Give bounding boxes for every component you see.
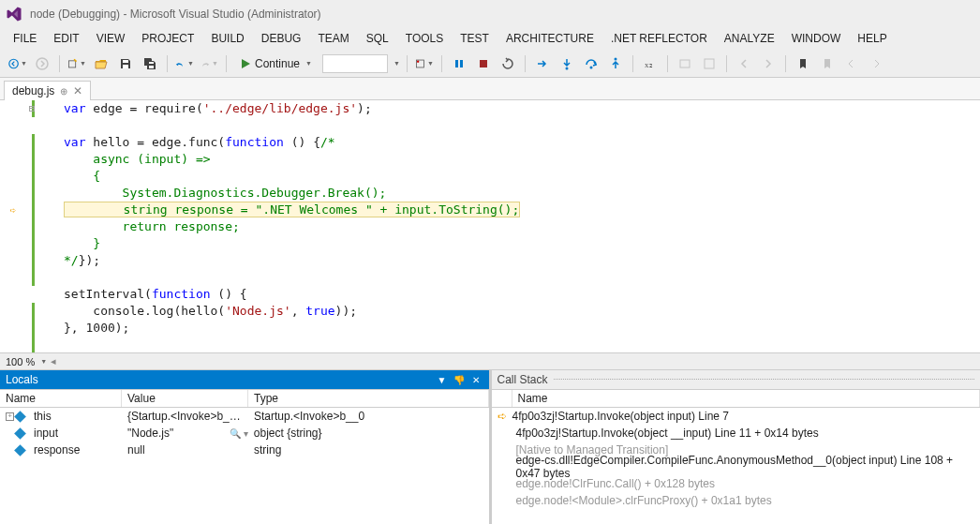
zoom-bar: 100 % ▼ ◂ bbox=[0, 352, 980, 369]
var-type: string bbox=[248, 443, 489, 457]
process-dropdown-icon[interactable]: ▼ bbox=[392, 60, 400, 67]
callstack-grid-header: Name bbox=[492, 389, 981, 408]
tab-label: debug.js bbox=[12, 84, 54, 97]
callstack-frame[interactable]: 4fp0o3zj!Startup.Invoke(object __input) … bbox=[492, 425, 981, 442]
menu-tools[interactable]: TOOLS bbox=[398, 29, 451, 48]
svg-point-1 bbox=[37, 58, 48, 69]
stop-button[interactable] bbox=[473, 53, 494, 74]
locals-col-name[interactable]: Name bbox=[0, 390, 122, 407]
svg-rect-17 bbox=[705, 59, 714, 68]
svg-text:x₂: x₂ bbox=[645, 60, 653, 69]
new-project-button[interactable]: ▼ bbox=[67, 53, 87, 74]
pause-button[interactable] bbox=[449, 53, 469, 74]
step-over-button[interactable] bbox=[581, 53, 601, 74]
locals-header[interactable]: Locals ▼ 👎 ✕ bbox=[0, 370, 489, 389]
svg-rect-3 bbox=[123, 60, 128, 63]
document-tab-bar: debug.js ⊕ ✕ bbox=[0, 78, 980, 100]
svg-rect-16 bbox=[680, 60, 690, 67]
svg-rect-6 bbox=[149, 66, 154, 68]
magnifier-icon[interactable]: 🔍 ▾ bbox=[230, 428, 248, 439]
panel-pin-icon[interactable]: 👎 bbox=[452, 372, 467, 387]
menu-architecture[interactable]: ARCHITECTURE bbox=[498, 29, 601, 48]
locals-row[interactable]: input "Node.js" 🔍 ▾ object {string} bbox=[0, 425, 489, 442]
redo-button[interactable]: ▼ bbox=[199, 53, 219, 74]
bookmark-next-button[interactable] bbox=[841, 53, 862, 74]
callstack-col-name[interactable]: Name bbox=[512, 390, 981, 407]
menu-debug[interactable]: DEBUG bbox=[254, 29, 309, 48]
callstack-frame[interactable]: ➪ 4fp0o3zj!Startup.Invoke(object input) … bbox=[492, 408, 981, 425]
menu-analyze[interactable]: ANALYZE bbox=[717, 29, 782, 48]
var-name: input bbox=[28, 427, 122, 440]
menu-team[interactable]: TEAM bbox=[310, 29, 356, 48]
svg-point-12 bbox=[565, 67, 568, 69]
callstack-frame[interactable]: edge.node!<Module>.clrFuncProxy() + 0x1a… bbox=[492, 492, 981, 509]
breakpoints-button[interactable]: ▼ bbox=[414, 53, 435, 74]
save-button[interactable] bbox=[115, 53, 136, 74]
nav-forward-button[interactable] bbox=[32, 53, 52, 74]
callstack-title: Call Stack bbox=[497, 373, 548, 386]
find-button[interactable] bbox=[699, 53, 720, 74]
current-frame-arrow-icon: ➪ bbox=[492, 410, 512, 423]
menu-sql[interactable]: SQL bbox=[359, 29, 396, 48]
pin-icon[interactable]: ⊕ bbox=[60, 86, 67, 97]
menu-test[interactable]: TEST bbox=[453, 29, 497, 48]
continue-button[interactable]: Continue ▼ bbox=[233, 54, 319, 73]
step-out-button[interactable] bbox=[605, 53, 626, 74]
bookmark-button[interactable] bbox=[793, 53, 813, 74]
panel-close-icon[interactable]: ✕ bbox=[468, 372, 483, 387]
menu-edit[interactable]: EDIT bbox=[46, 29, 86, 48]
var-value: null bbox=[122, 443, 248, 457]
zoom-level[interactable]: 100 % bbox=[6, 356, 35, 367]
open-file-button[interactable] bbox=[91, 53, 111, 74]
locals-col-value[interactable]: Value bbox=[122, 390, 248, 407]
locals-grid-body: + this {Startup.<Invoke>b__0} Startup.<I… bbox=[0, 408, 489, 524]
solution-button[interactable] bbox=[675, 53, 695, 74]
close-tab-icon[interactable]: ✕ bbox=[73, 84, 82, 97]
variable-icon bbox=[14, 427, 26, 440]
frame-text: edge-cs.dll!EdgeCompiler.CompileFunc.Ano… bbox=[516, 454, 981, 480]
var-value: {Startup.<Invoke>b__0} bbox=[122, 410, 248, 423]
tb-nav-back[interactable] bbox=[734, 53, 754, 74]
var-type: Startup.<Invoke>b__0 bbox=[248, 410, 489, 423]
svg-rect-9 bbox=[455, 60, 458, 67]
process-selector[interactable] bbox=[322, 54, 388, 73]
locals-col-type[interactable]: Type bbox=[248, 390, 489, 407]
variable-icon bbox=[14, 411, 26, 423]
bookmark-prev-button[interactable] bbox=[817, 53, 838, 74]
h-scroll-left-icon[interactable]: ◂ bbox=[51, 355, 56, 367]
locals-row[interactable]: response null string bbox=[0, 442, 489, 458]
svg-rect-5 bbox=[149, 62, 154, 64]
nav-back-button[interactable]: ▼ bbox=[7, 53, 28, 74]
menu-window[interactable]: WINDOW bbox=[784, 29, 849, 48]
svg-rect-11 bbox=[480, 60, 487, 67]
menu-build[interactable]: BUILD bbox=[203, 29, 251, 48]
callstack-frame[interactable]: edge-cs.dll!EdgeCompiler.CompileFunc.Ano… bbox=[492, 458, 981, 475]
menu-file[interactable]: FILE bbox=[6, 29, 44, 48]
panel-dropdown-icon[interactable]: ▼ bbox=[435, 372, 450, 387]
tb-nav-fwd[interactable] bbox=[758, 53, 779, 74]
svg-rect-4 bbox=[123, 65, 128, 68]
undo-button[interactable]: ▼ bbox=[174, 53, 195, 74]
zoom-dropdown-icon[interactable]: ▼ bbox=[38, 358, 47, 365]
code-editor[interactable]: var edge = require('../edge/lib/edge.js'… bbox=[0, 100, 980, 352]
step-into-button[interactable] bbox=[557, 53, 577, 74]
var-name: this bbox=[28, 410, 122, 423]
menu-netreflector[interactable]: .NET REFLECTOR bbox=[603, 29, 715, 48]
menu-view[interactable]: VIEW bbox=[89, 29, 133, 48]
frame-text: 4fp0o3zj!Startup.Invoke(object __input) … bbox=[516, 427, 819, 440]
hex-button[interactable]: x₂ bbox=[640, 53, 661, 74]
locals-row[interactable]: + this {Startup.<Invoke>b__0} Startup.<I… bbox=[0, 408, 489, 425]
menu-bar: FILE EDIT VIEW PROJECT BUILD DEBUG TEAM … bbox=[0, 27, 980, 50]
show-next-statement-button[interactable] bbox=[532, 53, 553, 74]
locals-title: Locals bbox=[6, 373, 38, 386]
continue-label: Continue bbox=[255, 57, 300, 70]
tab-debug-js[interactable]: debug.js ⊕ ✕ bbox=[4, 81, 91, 100]
save-all-button[interactable] bbox=[140, 53, 160, 74]
frame-text: edge.node!ClrFunc.Call() + 0x128 bytes bbox=[516, 477, 715, 490]
variable-icon bbox=[14, 444, 26, 457]
callstack-header[interactable]: Call Stack bbox=[492, 370, 981, 389]
menu-help[interactable]: HELP bbox=[850, 29, 894, 48]
menu-project[interactable]: PROJECT bbox=[134, 29, 201, 48]
restart-button[interactable] bbox=[497, 53, 518, 74]
bookmark-clear-button[interactable] bbox=[866, 53, 886, 74]
